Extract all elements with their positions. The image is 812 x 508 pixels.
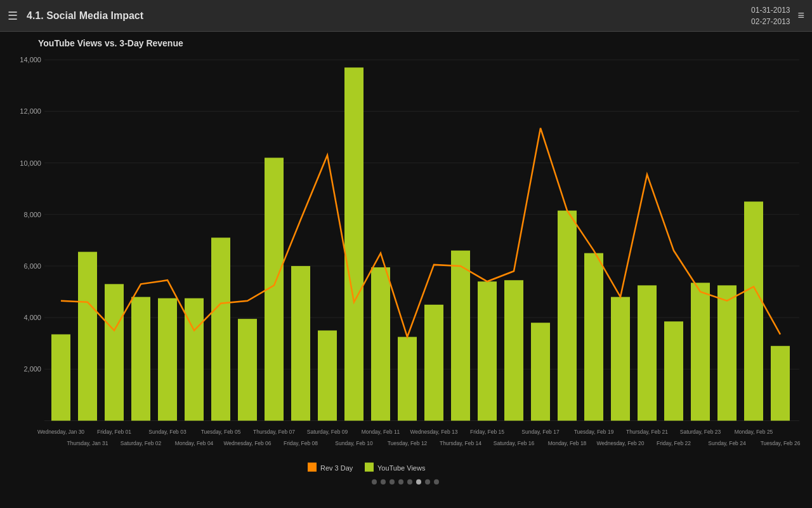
bar-15 [451, 251, 470, 421]
bar-22 [638, 285, 657, 420]
svg-text:Monday, Feb 11: Monday, Feb 11 [362, 429, 400, 435]
bar-10 [318, 330, 337, 420]
svg-text:Wednesday, Jan 30: Wednesday, Jan 30 [37, 429, 84, 435]
bar-3 [131, 297, 150, 421]
dot-5[interactable] [407, 479, 412, 485]
page-title: 4.1. Social Media Impact [27, 10, 143, 22]
svg-text:Wednesday, Feb 06: Wednesday, Feb 06 [223, 440, 271, 446]
svg-text:Friday, Feb 01: Friday, Feb 01 [97, 429, 131, 435]
bar-16 [478, 281, 497, 420]
svg-text:14,000: 14,000 [20, 56, 41, 64]
bar-19 [558, 211, 577, 421]
dot-2[interactable] [381, 479, 386, 485]
dot-3[interactable] [390, 479, 395, 485]
svg-text:10,000: 10,000 [20, 159, 41, 167]
svg-text:Thursday, Feb 14: Thursday, Feb 14 [440, 440, 481, 446]
bar-20 [584, 253, 603, 421]
legend-rev-label: Rev 3 Day [320, 464, 353, 472]
svg-text:Friday, Feb 08: Friday, Feb 08 [284, 440, 318, 446]
svg-text:Monday, Feb 18: Monday, Feb 18 [548, 440, 587, 446]
bar-14 [424, 305, 443, 421]
bar-0 [51, 335, 70, 421]
svg-text:Tuesday, Feb 19: Tuesday, Feb 19 [574, 429, 614, 435]
app-header: ☰ 4.1. Social Media Impact 01-31-2013 02… [0, 0, 812, 32]
header-right: 01-31-2013 02-27-2013 ≡ [751, 4, 804, 27]
svg-text:Saturday, Feb 09: Saturday, Feb 09 [307, 429, 348, 435]
bar-7 [238, 319, 257, 420]
chart-title: YouTube Views vs. 3-Day Revenue [38, 38, 806, 48]
dot-4[interactable] [398, 479, 403, 485]
bar-27 [771, 346, 790, 421]
svg-text:Friday, Feb 22: Friday, Feb 22 [657, 440, 691, 446]
svg-text:Thursday, Feb 21: Thursday, Feb 21 [626, 429, 668, 435]
header-left: ☰ 4.1. Social Media Impact [8, 9, 143, 23]
bar-17 [504, 280, 523, 420]
legend-views-color [365, 462, 374, 471]
bar-13 [398, 337, 417, 421]
main-chart: 14,000 12,000 10,000 8,000 6,000 4,000 2… [6, 53, 806, 485]
svg-text:8,000: 8,000 [23, 211, 41, 218]
bar-25 [717, 285, 737, 420]
bar-24 [691, 283, 710, 420]
bar-23 [664, 321, 683, 420]
svg-text:2,000: 2,000 [23, 365, 41, 373]
svg-text:Monday, Feb 25: Monday, Feb 25 [735, 429, 773, 435]
svg-text:Saturday, Feb 16: Saturday, Feb 16 [494, 440, 535, 446]
dot-7[interactable] [425, 479, 430, 485]
svg-text:Wednesday, Feb 13: Wednesday, Feb 13 [410, 429, 457, 435]
bar-2 [105, 284, 124, 420]
svg-text:Sunday, Feb 10: Sunday, Feb 10 [335, 440, 373, 446]
svg-text:Thursday, Feb 07: Thursday, Feb 07 [253, 429, 295, 435]
dot-6-active[interactable] [416, 479, 421, 485]
svg-text:Saturday, Feb 23: Saturday, Feb 23 [680, 429, 721, 435]
bar-21 [611, 297, 630, 421]
legend-views-label: YouTube Views [377, 464, 426, 472]
svg-text:Sunday, Feb 17: Sunday, Feb 17 [521, 429, 560, 435]
svg-text:Friday, Feb 15: Friday, Feb 15 [470, 429, 504, 435]
dot-8[interactable] [434, 479, 439, 485]
svg-text:Saturday, Feb 02: Saturday, Feb 02 [121, 440, 162, 446]
chart-container: 14,000 12,000 10,000 8,000 6,000 4,000 2… [6, 53, 806, 485]
bar-9 [291, 266, 310, 421]
svg-text:6,000: 6,000 [23, 262, 41, 270]
svg-text:Tuesday, Feb 26: Tuesday, Feb 26 [761, 440, 801, 446]
bar-11 [344, 67, 363, 420]
bar-4 [158, 298, 177, 421]
svg-text:12,000: 12,000 [20, 107, 41, 115]
hamburger-icon[interactable]: ☰ [8, 9, 18, 23]
svg-text:Sunday, Feb 24: Sunday, Feb 24 [708, 440, 746, 446]
bar-12 [371, 267, 390, 421]
date-range: 01-31-2013 02-27-2013 [751, 4, 790, 27]
svg-text:Monday, Feb 04: Monday, Feb 04 [175, 440, 214, 446]
menu-icon[interactable]: ≡ [797, 9, 804, 22]
bar-6 [211, 237, 230, 420]
svg-text:Sunday, Feb 03: Sunday, Feb 03 [148, 429, 187, 435]
bar-1 [78, 252, 97, 421]
bar-18 [531, 323, 550, 420]
dot-1[interactable] [372, 479, 377, 485]
svg-text:4,000: 4,000 [23, 314, 41, 321]
svg-text:Tuesday, Feb 05: Tuesday, Feb 05 [201, 429, 241, 435]
bar-26 [744, 201, 763, 420]
svg-text:Wednesday, Feb 20: Wednesday, Feb 20 [596, 440, 644, 446]
chart-area: YouTube Views vs. 3-Day Revenue 14,000 1… [0, 32, 812, 508]
svg-text:Thursday, Jan 31: Thursday, Jan 31 [67, 440, 108, 446]
legend-rev-color [308, 462, 317, 471]
svg-text:Tuesday, Feb 12: Tuesday, Feb 12 [388, 440, 428, 446]
